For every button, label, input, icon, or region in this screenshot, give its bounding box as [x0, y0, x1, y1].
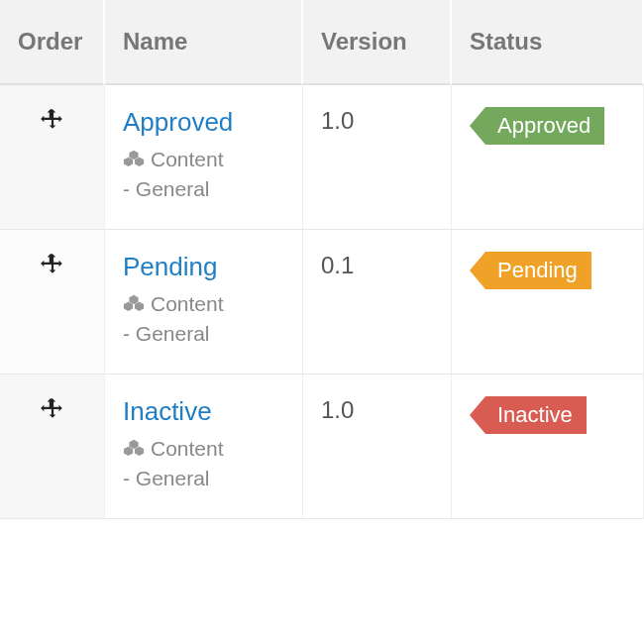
drag-handle-cell — [0, 230, 105, 375]
item-type-line: Content — [123, 148, 284, 171]
cubes-icon — [123, 150, 145, 169]
status-cell: Approved — [452, 85, 644, 230]
version-cell: 1.0 — [303, 85, 452, 230]
table-row: Approved Content - General 1.0 Approved — [0, 85, 644, 230]
column-header-name[interactable]: Name — [105, 0, 303, 85]
item-type-label: Content — [151, 437, 224, 461]
item-type-line: Content — [123, 292, 284, 316]
status-badge: Pending — [485, 252, 591, 289]
item-subtype-label: - General — [123, 467, 284, 490]
status-cell: Inactive — [452, 375, 644, 519]
table-row: Pending Content - General 0.1 Pending — [0, 230, 644, 375]
status-badge: Approved — [485, 107, 604, 145]
name-cell: Pending Content - General — [105, 230, 303, 375]
item-type-line: Content — [123, 437, 284, 461]
version-cell: 1.0 — [303, 375, 452, 519]
drag-handle-cell — [0, 375, 105, 519]
drag-handle-cell — [0, 85, 105, 230]
move-icon[interactable] — [40, 252, 65, 283]
cubes-icon — [123, 294, 145, 314]
move-icon[interactable] — [40, 107, 65, 139]
version-cell: 0.1 — [303, 230, 452, 375]
item-subtype-label: - General — [123, 322, 284, 346]
item-name-link[interactable]: Approved — [123, 107, 233, 138]
content-table: Order Name Version Status Approved Conte… — [0, 0, 644, 519]
item-subtype-label: - General — [123, 177, 284, 201]
status-badge: Inactive — [485, 396, 587, 434]
item-name-link[interactable]: Pending — [123, 252, 217, 282]
table-header-row: Order Name Version Status — [0, 0, 644, 85]
status-cell: Pending — [452, 230, 644, 375]
name-cell: Inactive Content - General — [105, 375, 303, 519]
cubes-icon — [123, 439, 145, 459]
column-header-version[interactable]: Version — [303, 0, 452, 85]
item-type-label: Content — [151, 292, 224, 316]
move-icon[interactable] — [40, 396, 65, 428]
item-type-label: Content — [151, 148, 224, 171]
column-header-status[interactable]: Status — [452, 0, 644, 85]
name-cell: Approved Content - General — [105, 85, 303, 230]
table-row: Inactive Content - General 1.0 Inactive — [0, 375, 644, 519]
item-name-link[interactable]: Inactive — [123, 396, 212, 427]
column-header-order[interactable]: Order — [0, 0, 105, 85]
